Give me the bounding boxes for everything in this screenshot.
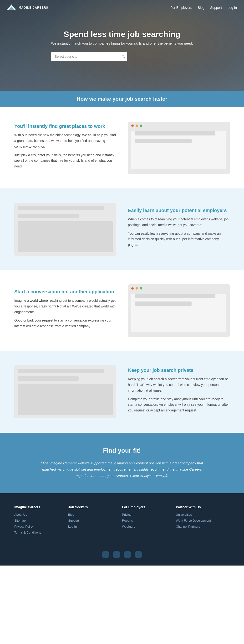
feature-start-conversation-para1: Imagine a world where reaching out to a … — [14, 298, 116, 315]
footer-links-2: Pricing Reports Webinars — [122, 512, 176, 528]
footer-social — [14, 546, 230, 558]
select-arrow-icon: ⇅ — [122, 54, 125, 59]
mock-content-area-2 — [18, 384, 113, 415]
footer-col-for-employers: For Employers Pricing Reports Webinars — [122, 505, 176, 536]
social-icon-2[interactable] — [113, 551, 120, 558]
mock-content-area — [18, 221, 113, 252]
feature-learn-employers-mock — [14, 203, 116, 256]
footer-link-webinars[interactable]: Webinars — [122, 525, 135, 528]
logo-icon — [7, 3, 16, 12]
feature-start-conversation-mock — [128, 284, 230, 337]
footer-link-privacy[interactable]: Privacy Policy — [14, 525, 34, 528]
feature-find-places-para2: Just pick a city, enter your skills, the… — [14, 152, 116, 169]
nav-login[interactable]: Log In — [228, 6, 237, 10]
feature-start-conversation: Start a conversation not another applica… — [0, 270, 244, 351]
feature-find-places-para1: With our incredible new matching technol… — [14, 132, 116, 149]
how-section-band: How we make your job search faster — [0, 91, 244, 107]
feature-start-conversation-para2: Good or bad, your request to start a con… — [14, 318, 116, 329]
footer-col-job-seekers: Job Seekers Blog Support Log In — [68, 505, 122, 536]
footer-link-terms[interactable]: Terms & Conditions — [14, 531, 41, 534]
mock-bar-8 — [18, 376, 79, 381]
footer-links-3: Universities Work Force Development Chan… — [176, 512, 230, 528]
footer-link-blog[interactable]: Blog — [68, 513, 74, 516]
city-select[interactable]: Select your cityNew YorkLos AngelesChica… — [54, 53, 122, 60]
mock-bar-5 — [135, 294, 216, 298]
footer-col-imagine-careers: Imagine Careers About Us Sitemap Privacy… — [14, 505, 68, 536]
feature-keep-private-title: Keep your job search private — [128, 368, 230, 373]
nav-links: For Employers Blog Support Log In — [170, 6, 237, 10]
mock-bar-3 — [18, 206, 104, 210]
feature-learn-employers: Easily learn about your potential employ… — [0, 188, 244, 270]
footer-link-support[interactable]: Support — [68, 519, 79, 522]
logo[interactable]: IMAGINE CAREERS — [7, 3, 48, 12]
footer-links-0: About Us Sitemap Privacy Policy Terms & … — [14, 512, 68, 534]
footer-link-universities[interactable]: Universities — [176, 513, 192, 516]
footer-links-1: Blog Support Log In — [68, 512, 122, 528]
social-icon-4[interactable] — [135, 551, 142, 558]
feature-learn-employers-para2: You can easily learn everything about a … — [128, 231, 230, 248]
social-icon-1[interactable] — [102, 551, 109, 558]
mock-inner-1 — [131, 131, 226, 169]
hero-content: Spend less time job searching We instant… — [46, 30, 198, 61]
mock-bar-4 — [18, 214, 79, 218]
footer-link-channel[interactable]: Channel Partners — [176, 525, 200, 528]
nav-for-employers[interactable]: For Employers — [170, 6, 192, 10]
city-select-wrap[interactable]: Select your cityNew YorkLos AngelesChica… — [51, 52, 127, 61]
social-icon-3[interactable] — [124, 551, 131, 558]
feature-keep-private-mock — [14, 366, 116, 418]
feature-learn-employers-text: Easily learn about your potential employ… — [128, 208, 230, 251]
footer: Imagine Careers About Us Sitemap Privacy… — [0, 493, 244, 566]
footer-col-heading-0: Imagine Careers — [14, 505, 68, 509]
find-fit-section: Find your fit! "The Imagine Careers' web… — [0, 433, 244, 493]
footer-link-login[interactable]: Log In — [68, 525, 77, 528]
mock-bar-2 — [135, 139, 192, 143]
mock-bar-6 — [135, 302, 192, 306]
feature-find-places-mock — [128, 122, 230, 174]
feature-find-places: You'll instantly find great places to wo… — [0, 107, 244, 188]
feature-find-places-text: You'll instantly find great places to wo… — [14, 124, 116, 172]
find-fit-quote: "The Imagine Careers' website supported … — [39, 460, 205, 479]
feature-keep-private: Keep your job search private Keeping you… — [0, 351, 244, 433]
hero-title: Spend less time job searching — [51, 30, 193, 39]
feature-keep-private-text: Keep your job search private Keeping you… — [128, 368, 230, 416]
footer-col-heading-1: Job Seekers — [68, 505, 122, 509]
feature-learn-employers-para1: When it comes to researching your potent… — [128, 216, 230, 228]
footer-col-heading-2: For Employers — [122, 505, 176, 509]
nav-blog[interactable]: Blog — [198, 6, 205, 10]
footer-link-sitemap[interactable]: Sitemap — [14, 519, 26, 522]
footer-link-workforce[interactable]: Work Force Development — [176, 519, 211, 522]
feature-learn-employers-title: Easily learn about your potential employ… — [128, 208, 230, 213]
mock-bar-7 — [18, 369, 104, 373]
feature-keep-private-para1: Keeping your job search a secret from yo… — [128, 376, 230, 393]
logo-text: IMAGINE CAREERS — [18, 6, 48, 9]
feature-keep-private-para2: Complete your profile and stay anonymous… — [128, 396, 230, 413]
nav-support[interactable]: Support — [210, 6, 222, 10]
navbar: IMAGINE CAREERS For Employers Blog Suppo… — [0, 0, 244, 15]
hero-subtitle: We instantly match you to companies hiri… — [51, 41, 193, 45]
footer-columns: Imagine Careers About Us Sitemap Privacy… — [14, 505, 230, 536]
footer-col-heading-3: Partner With Us — [176, 505, 230, 509]
footer-link-reports[interactable]: Reports — [122, 519, 133, 522]
find-fit-heading: Find your fit! — [24, 447, 220, 454]
footer-link-pricing[interactable]: Pricing — [122, 513, 132, 516]
feature-start-conversation-title: Start a conversation not another applica… — [14, 289, 116, 294]
footer-link-about-us[interactable]: About Us — [14, 513, 27, 516]
feature-start-conversation-text: Start a conversation not another applica… — [14, 289, 116, 332]
feature-find-places-title: You'll instantly find great places to wo… — [14, 124, 116, 129]
how-section-heading: How we make your job search faster — [5, 96, 239, 102]
footer-col-partner: Partner With Us Universities Work Force … — [176, 505, 230, 536]
mock-bar-1 — [135, 131, 216, 136]
mock-inner-2 — [131, 294, 226, 332]
